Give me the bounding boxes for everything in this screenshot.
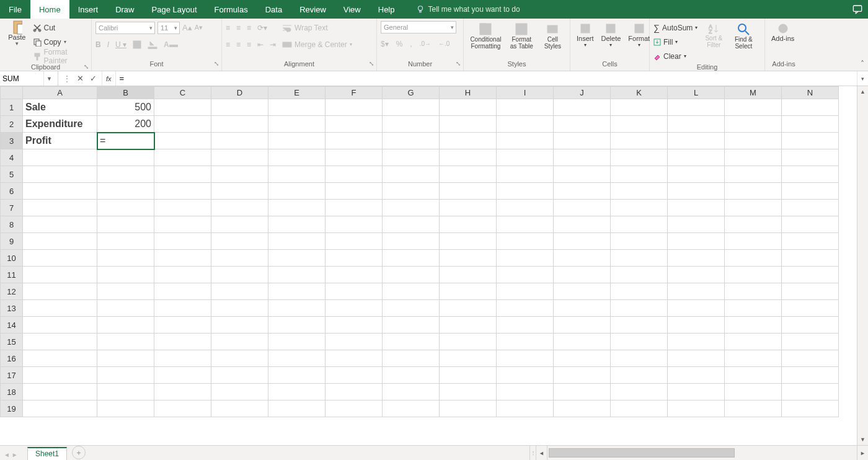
cell[interactable] [23,384,97,400]
cell[interactable] [97,367,154,384]
row-header[interactable]: 12 [1,283,23,300]
name-box[interactable]: ▼ [0,71,58,86]
cell[interactable] [97,350,154,367]
font-name-combo[interactable]: Calibri [95,22,155,34]
cell[interactable] [23,216,97,233]
comments-button[interactable] [847,0,868,19]
cell[interactable] [211,133,268,149]
cell[interactable] [154,149,211,166]
column-header[interactable]: J [554,87,611,99]
cell[interactable] [611,200,668,216]
cell[interactable] [497,233,554,250]
row-header[interactable]: 10 [1,250,23,267]
cell[interactable] [154,99,211,116]
column-header[interactable]: K [611,87,668,99]
cell[interactable] [554,116,611,133]
cell[interactable] [211,350,268,367]
cell[interactable] [154,183,211,200]
cell[interactable] [554,400,611,417]
cell[interactable] [326,200,383,216]
accounting-format-icon[interactable]: $▾ [381,40,389,48]
dialog-launcher-icon[interactable]: ⤡ [456,60,461,68]
align-bottom-icon[interactable]: ≡ [247,24,251,32]
row-header[interactable]: 4 [1,149,23,166]
cell[interactable] [268,149,326,166]
merge-center-button[interactable]: Merge & Center ▾ [282,38,352,51]
row-header[interactable]: 6 [1,183,23,200]
format-as-table-button[interactable]: Format as Table [505,21,538,51]
cell[interactable] [211,99,268,116]
name-box-input[interactable] [0,74,43,83]
cell[interactable] [611,99,668,116]
column-header[interactable]: A [23,87,97,99]
cell[interactable] [440,183,497,200]
increase-font-icon[interactable]: A▴ [182,23,192,32]
cell[interactable] [211,400,268,417]
cell[interactable] [440,99,497,116]
column-header[interactable]: G [383,87,440,99]
percent-format-icon[interactable]: % [396,40,403,48]
cell[interactable] [782,166,839,183]
tab-draw[interactable]: Draw [107,0,143,19]
cell[interactable] [154,267,211,283]
cell[interactable] [326,334,383,350]
cell[interactable] [668,183,725,200]
cell[interactable] [97,334,154,350]
cell[interactable] [497,250,554,267]
cell[interactable]: Profit [23,133,97,149]
cell[interactable] [611,267,668,283]
tab-review[interactable]: Review [291,0,335,19]
cell[interactable] [211,367,268,384]
spreadsheet-grid[interactable]: ABCDEFGHIJKLMN 1Sale5002Expenditure2003P… [0,86,839,417]
cell[interactable] [554,384,611,400]
tell-me-search[interactable]: Tell me what you want to do [416,0,520,19]
cell[interactable] [668,166,725,183]
cell[interactable] [211,149,268,166]
delete-cells-button[interactable]: Delete▾ [599,21,624,49]
cell[interactable] [497,350,554,367]
cell[interactable] [611,116,668,133]
align-left-icon[interactable]: ≡ [226,40,230,49]
cell[interactable] [554,334,611,350]
cell[interactable] [554,367,611,384]
cell[interactable] [383,183,440,200]
cell[interactable] [383,334,440,350]
cell[interactable] [782,400,839,417]
format-painter-button[interactable]: Format Painter [33,50,87,63]
cell[interactable] [23,267,97,283]
cell[interactable] [554,283,611,300]
cell[interactable] [440,166,497,183]
cell[interactable] [383,283,440,300]
cell[interactable] [611,166,668,183]
cell[interactable] [383,149,440,166]
cell[interactable] [440,367,497,384]
paste-button[interactable]: Paste ▼ [4,21,30,48]
cell[interactable] [383,116,440,133]
cell[interactable] [725,283,782,300]
cell[interactable] [268,334,326,350]
cell[interactable] [97,300,154,317]
copy-button[interactable]: Copy ▾ [33,35,87,48]
cell[interactable] [211,166,268,183]
cell[interactable] [326,267,383,283]
cancel-formula-icon[interactable]: ✕ [77,74,84,83]
cell[interactable]: = [97,133,154,149]
cell[interactable] [782,183,839,200]
dialog-launcher-icon[interactable]: ⤡ [84,63,89,71]
cell[interactable] [97,283,154,300]
cell[interactable] [97,250,154,267]
select-all-corner[interactable] [1,87,23,99]
vertical-scrollbar[interactable]: ▲ ▼ [857,86,868,445]
cell[interactable] [725,133,782,149]
cell[interactable] [497,133,554,149]
cell[interactable] [326,133,383,149]
cell[interactable] [97,200,154,216]
cell[interactable] [154,233,211,250]
cell[interactable] [668,216,725,233]
cell[interactable] [268,300,326,317]
cell[interactable] [97,149,154,166]
column-header[interactable]: D [211,87,268,99]
row-header[interactable]: 16 [1,350,23,367]
cell[interactable] [268,166,326,183]
column-header[interactable]: C [154,87,211,99]
